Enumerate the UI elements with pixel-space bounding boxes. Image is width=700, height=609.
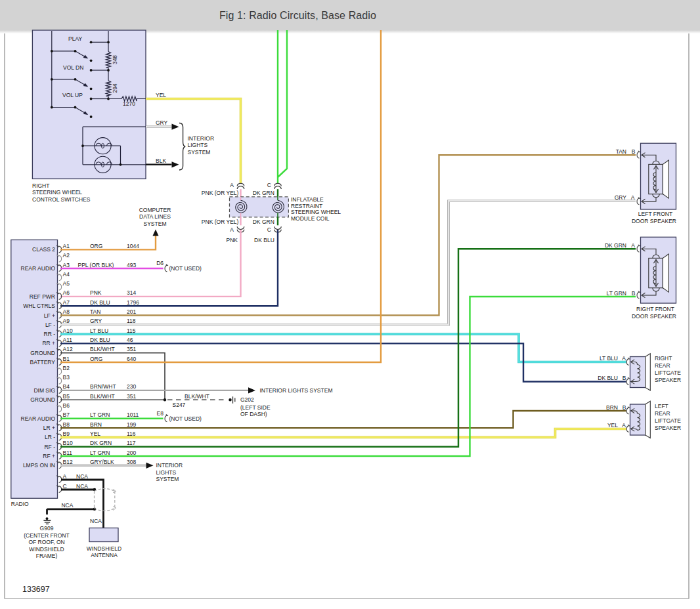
svg-text:B7: B7 [63,411,70,418]
svg-text:B: B [623,375,626,381]
svg-text:PNK: PNK [227,237,238,243]
svg-text:BLK/WHT: BLK/WHT [90,346,115,352]
svg-text:C: C [63,483,67,490]
svg-text:46: 46 [127,337,133,343]
svg-text:WINDSHIELD: WINDSHIELD [29,546,64,553]
svg-text:LT GRN: LT GRN [90,450,110,456]
svg-text:BRN/WHT: BRN/WHT [90,383,116,390]
svg-text:FRAME): FRAME) [36,553,58,559]
svg-text:LMPS ON IN: LMPS ON IN [23,462,55,469]
svg-text:B1: B1 [63,356,70,362]
svg-text:(LEFT SIDE: (LEFT SIDE [240,404,271,411]
svg-text:CONTROL SWITCHES: CONTROL SWITCHES [32,196,91,203]
svg-text:RF -: RF - [44,444,55,450]
svg-text:B3: B3 [63,374,70,381]
svg-text:A12: A12 [63,346,73,352]
svg-text:DATA LINES: DATA LINES [139,213,171,220]
svg-text:LEFT: LEFT [655,403,668,410]
svg-text:D6: D6 [156,260,164,266]
svg-text:WHL CTRLS: WHL CTRLS [23,303,55,309]
svg-text:RIGHT FRONT: RIGHT FRONT [636,306,674,312]
svg-text:SYSTEM: SYSTEM [156,476,179,482]
svg-text:PNK: PNK [90,289,102,296]
svg-text:B5: B5 [63,393,70,400]
svg-text:RF +: RF + [43,453,55,459]
svg-text:PNK (OR YEL): PNK (OR YEL) [202,219,239,225]
svg-text:VOL DN: VOL DN [63,64,83,71]
svg-text:RR +: RR + [42,340,55,346]
svg-text:LT BLU: LT BLU [90,327,108,334]
svg-text:200: 200 [127,450,136,456]
svg-text:LT BLU: LT BLU [600,355,618,362]
svg-text:PNK (OR YEL): PNK (OR YEL) [202,190,239,196]
svg-text:A: A [631,194,635,201]
svg-text:DK BLU: DK BLU [90,337,110,343]
svg-text:1011: 1011 [127,411,139,418]
svg-text:DK BLU: DK BLU [90,299,110,306]
svg-text:ANTENNA: ANTENNA [91,552,118,558]
svg-text:Fig 1: Radio Circuits, Base Ra: Fig 1: Radio Circuits, Base Radio [219,10,376,21]
svg-text:DIM SIG: DIM SIG [33,387,55,394]
svg-text:GRY: GRY [615,194,627,201]
svg-text:199: 199 [127,421,136,428]
svg-text:NCA: NCA [61,502,73,509]
svg-text:A: A [230,182,234,188]
svg-text:A7: A7 [63,299,70,306]
svg-text:BLK: BLK [156,158,166,164]
svg-text:1270: 1270 [123,100,135,107]
svg-text:116: 116 [127,430,136,437]
svg-text:201: 201 [127,308,136,315]
svg-text:B2: B2 [63,365,70,371]
svg-text:CLASS 2: CLASS 2 [32,246,55,253]
svg-text:MODULE COIL: MODULE COIL [291,215,330,222]
svg-text:YEL: YEL [156,92,166,98]
svg-text:C: C [267,182,271,188]
svg-text:A: A [622,422,626,429]
svg-text:OF ROOF, ON: OF ROOF, ON [28,539,64,545]
svg-text:ORG: ORG [90,243,102,249]
svg-text:G909: G909 [40,525,54,532]
svg-text:351: 351 [127,346,136,352]
svg-text:RR -: RR - [44,331,56,337]
svg-text:A2: A2 [63,252,70,259]
svg-text:REAR AUDIO: REAR AUDIO [21,415,56,422]
svg-text:DOOR SPEAKER: DOOR SPEAKER [632,313,676,320]
svg-text:PLAY: PLAY [68,35,82,42]
svg-text:A6: A6 [63,289,70,296]
svg-text:LIFTGATE: LIFTGATE [655,369,681,376]
svg-text:WINDSHIELD: WINDSHIELD [87,545,121,552]
svg-text:OF DASH): OF DASH) [240,411,267,417]
svg-text:1796: 1796 [127,299,139,306]
svg-text:314: 314 [127,289,136,296]
svg-text:LIGHTS: LIGHTS [156,469,177,476]
svg-text:1044: 1044 [127,243,139,249]
svg-text:BRN: BRN [90,421,102,428]
svg-text:ORG: ORG [90,356,102,362]
svg-text:PPL (OR BLK): PPL (OR BLK) [78,262,114,268]
svg-text:GRY: GRY [156,119,168,126]
svg-text:INTERIOR: INTERIOR [188,135,215,142]
svg-text:GRY: GRY [90,318,102,324]
svg-text:A11: A11 [63,337,73,343]
svg-text:STEERING WHEEL: STEERING WHEEL [32,189,82,196]
svg-text:LR +: LR + [43,425,55,431]
svg-text:E8: E8 [157,410,164,417]
svg-text:351: 351 [127,393,136,400]
svg-text:BLK/WHT: BLK/WHT [185,393,209,400]
svg-text:LF +: LF + [44,312,55,319]
svg-text:(CENTER FRONT: (CENTER FRONT [24,532,69,539]
svg-text:133697: 133697 [22,585,50,594]
svg-text:B10: B10 [63,440,73,446]
svg-text:DK GRN: DK GRN [605,242,626,249]
svg-text:NCA: NCA [76,473,88,480]
svg-text:LR -: LR - [45,434,55,440]
svg-text:LIGHTS: LIGHTS [188,142,208,148]
svg-text:COMPUTER: COMPUTER [139,207,171,213]
svg-text:DK GRN: DK GRN [90,440,112,446]
svg-text:RESTRAINT: RESTRAINT [291,203,322,209]
svg-text:LT GRN: LT GRN [90,411,110,418]
svg-text:B6: B6 [63,402,70,409]
svg-text:LIFTGATE: LIFTGATE [655,417,681,424]
svg-text:A5: A5 [63,280,70,287]
svg-text:348: 348 [112,55,118,64]
